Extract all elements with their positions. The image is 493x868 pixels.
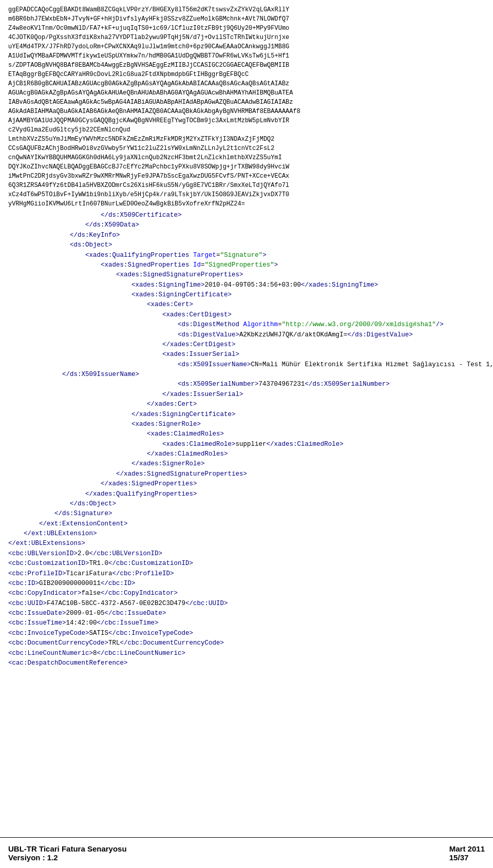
xml-line: <cbc:CustomizationID>TR1.0</cbc:Customiz…: [8, 559, 485, 569]
footer-date: Mart 2011: [449, 844, 485, 853]
xml-line: <xades:QualifyingProperties Target="Sign…: [8, 251, 485, 260]
xml-line: </xades:Cert>: [8, 400, 485, 409]
xml-line: <xades:SignerRole>: [8, 420, 485, 429]
xml-line: </xades:IssuerSerial>: [8, 390, 485, 400]
xml-line: </xades:ClaimedRoles>: [8, 449, 485, 459]
xml-line: <xades:SignedSignatureProperties>: [8, 270, 485, 280]
xml-line: </ext:UBLExtension>: [8, 529, 485, 539]
xml-line-cont: </ds:X509IssuerName>: [8, 370, 485, 380]
xml-line: </ds:X509Certificate>: [8, 211, 485, 220]
xml-line: </xades:SignedSignatureProperties>: [8, 469, 485, 479]
xml-line: <xades:Cert>: [8, 300, 485, 310]
xml-line: </ds:X509Data>: [8, 220, 485, 230]
xml-line: <ds:DigestValue>A2KbKzzUWHJ7QK/d/aktOKdA…: [8, 330, 485, 340]
xml-line: </ext:ExtensionContent>: [8, 519, 485, 529]
xml-line: <cbc:ID>GIB2009000000011</cbc:ID>: [8, 579, 485, 589]
footer-title-text: UBL-TR Ticari Fatura Senaryosu: [8, 844, 127, 853]
xml-line: <xades:IssuerSerial>: [8, 350, 485, 360]
base64-content: ggEPADCCAQoCggEBAKDt8WamB8ZCGqkLVP0rzY/B…: [8, 5, 485, 209]
xml-line: </xades:SignerRole>: [8, 459, 485, 469]
xml-line: <cbc:LineCountNumeric>8</cbc:LineCountNu…: [8, 649, 485, 658]
xml-line: </ext:UBLExtensions>: [8, 539, 485, 549]
xml-line: <cbc:IssueDate>2009-01-05</cbc:IssueDate…: [8, 609, 485, 618]
xml-line: </xades:QualifyingProperties>: [8, 489, 485, 499]
xml-line: </xades:SignedProperties>: [8, 479, 485, 489]
content-area: ggEPADCCAQoCggEBAKDt8WamB8ZCGqkLVP0rzY/B…: [0, 0, 493, 709]
xml-line: <cbc:UBLVersionID>2.0</cbc:UBLVersionID>: [8, 549, 485, 559]
xml-line: <cbc:CopyIndicator>false</cbc:CopyIndica…: [8, 589, 485, 598]
xml-line: <cbc:ProfileID>TicariFatura</cbc:Profile…: [8, 569, 485, 579]
xml-line: </xades:SigningCertificate>: [8, 410, 485, 420]
xml-line: </ds:Object>: [8, 499, 485, 509]
xml-line: <ds:Object>: [8, 240, 485, 250]
xml-line: <cbc:IssueTime>14:42:00</cbc:IssueTime>: [8, 618, 485, 628]
xml-line: </xades:CertDigest>: [8, 340, 485, 350]
xml-line: <ds:DigestMethod Algorithm="http://www.w…: [8, 320, 485, 330]
xml-line: <xades:SignedProperties Id="SignedProper…: [8, 260, 485, 270]
xml-line: <ds:X509SerialNumber>743704967231</ds:X5…: [8, 380, 485, 389]
xml-line: </ds:Signature>: [8, 509, 485, 519]
xml-content: </ds:X509Certificate> </ds:X509Data> </d…: [8, 211, 485, 668]
xml-line: <xades:CertDigest>: [8, 310, 485, 320]
footer: UBL-TR Ticari Fatura Senaryosu Versiyon …: [0, 837, 493, 868]
xml-line: <ds:X509IssuerName>CN=Mali Mühür Elektro…: [8, 360, 485, 370]
xml-line: <xades:SigningCertificate>: [8, 290, 485, 300]
footer-page-number: 15/37: [449, 853, 485, 862]
xml-line: <cbc:InvoiceTypeCode>SATIS</cbc:InvoiceT…: [8, 629, 485, 638]
xml-line: <xades:ClaimedRoles>: [8, 429, 485, 439]
xml-line: <xades:SigningTime>2010-04-09T05:34:56+0…: [8, 280, 485, 290]
xml-line: <cbc:DocumentCurrencyCode>TRL</cbc:Docum…: [8, 638, 485, 648]
xml-line: <cac:DespatchDocumentReference>: [8, 658, 485, 668]
footer-title: UBL-TR Ticari Fatura Senaryosu Versiyon …: [8, 844, 127, 862]
xml-line: <cbc:UUID>F47AC10B-58CC-4372-A567-0E02B2…: [8, 599, 485, 609]
xml-line: <xades:ClaimedRole>supplier</xades:Claim…: [8, 440, 485, 449]
xml-line: </ds:KeyInfo>: [8, 231, 485, 240]
footer-version: Versiyon : 1.2: [8, 853, 127, 862]
footer-page: Mart 2011 15/37: [449, 844, 485, 862]
